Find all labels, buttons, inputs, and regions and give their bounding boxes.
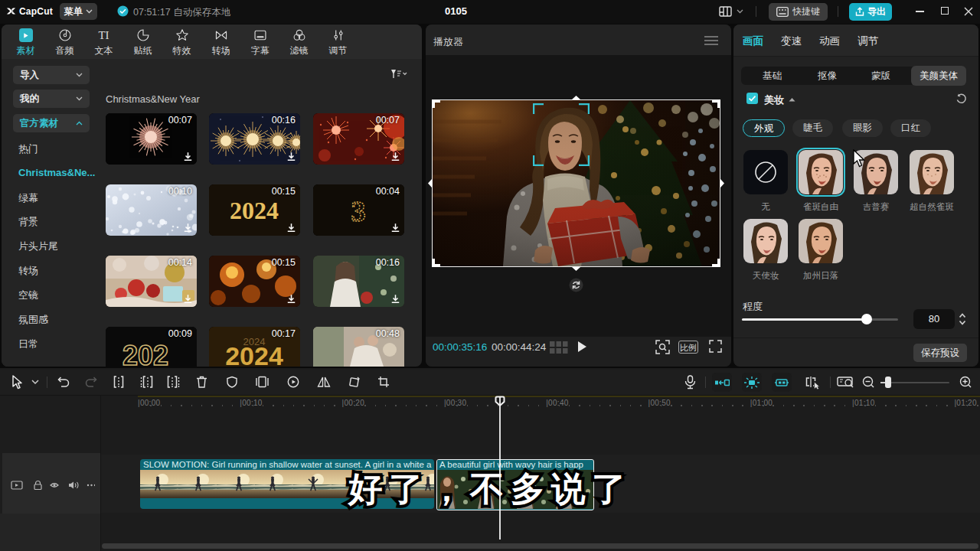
svg-text:2024: 2024 (230, 197, 279, 224)
svg-text:3: 3 (351, 195, 366, 227)
svg-text:2024: 2024 (243, 336, 266, 347)
svg-text:202: 202 (122, 340, 168, 367)
